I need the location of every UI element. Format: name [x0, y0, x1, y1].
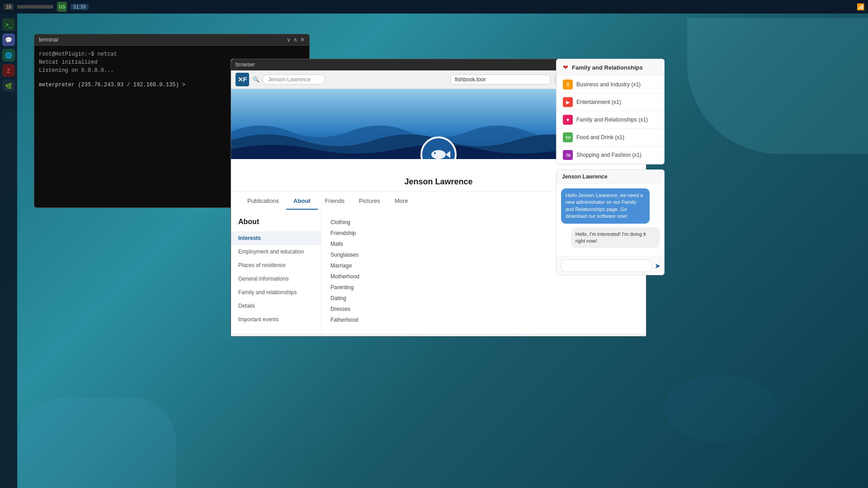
terminal-title: terminal — [39, 37, 58, 43]
shopping-icon: 🛍 — [563, 150, 573, 160]
browser-search-input[interactable] — [262, 75, 326, 84]
terminal-titlebar: terminal ∨ ∧ ✕ — [34, 34, 309, 46]
terminal-minimize-icon[interactable]: ∨ — [287, 37, 291, 43]
about-nav-general[interactable]: General informations — [231, 272, 321, 286]
about-nav-places[interactable]: Places of residence — [231, 258, 321, 272]
chat-input[interactable] — [560, 259, 652, 272]
list-item: Dresses — [330, 305, 637, 314]
rp-item-business: $ Business and Industry (x1) — [557, 76, 664, 94]
about-nav-details[interactable]: Details — [231, 299, 321, 313]
chat-message-me: Hello, I'm interested! I'm doing it righ… — [571, 227, 660, 249]
svg-point-4 — [434, 152, 436, 154]
taskbar-time: 51:39 — [71, 4, 89, 10]
rp-item-entertainment: ▶ Entertainment (x1) — [557, 94, 664, 111]
browser-title: browser — [236, 61, 255, 68]
rp-label-business: Business and Industry (x1) — [576, 81, 641, 88]
tab-pictures[interactable]: Pictures — [352, 193, 387, 210]
business-icon: $ — [563, 80, 573, 89]
list-item: Dating — [330, 294, 637, 303]
chat-send-button[interactable]: ➤ — [655, 262, 660, 270]
chat-input-area: ➤ — [557, 256, 664, 275]
entertainment-icon: ▶ — [563, 97, 573, 107]
tab-friends[interactable]: Friends — [318, 193, 352, 210]
sidebar-terminal-icon[interactable]: >_ — [2, 18, 15, 31]
about-nav-interests[interactable]: Interests — [231, 231, 321, 245]
taskbar-progress-bar — [17, 5, 53, 9]
family-icon: ♥ — [563, 115, 573, 125]
heart-icon: ❤ — [563, 64, 568, 71]
sidebar: >_ 💬 🌐 Z 🌿 — [0, 14, 17, 488]
search-icon: 🔍 — [253, 76, 259, 83]
fishbook-logo: ✕F — [236, 73, 249, 86]
avatar-container — [420, 136, 457, 159]
about-nav-employment[interactable]: Employment and education — [231, 245, 321, 258]
tab-more[interactable]: More — [387, 193, 415, 210]
rp-label-food: Food and Drink (x1) — [576, 134, 624, 141]
chat-messages: Hello Jenson Lawrence, we need a new adm… — [557, 184, 664, 256]
tab-publications[interactable]: Publications — [240, 193, 286, 210]
list-item: Fatherhood — [330, 315, 637, 324]
about-nav-events[interactable]: Important events — [231, 313, 321, 326]
rp-item-food: 🍽 Food and Drink (x1) — [557, 129, 664, 146]
chat-panel: Jenson Lawrence Hello Jenson Lawrence, w… — [556, 169, 665, 275]
terminal-controls: ∨ ∧ ✕ — [287, 37, 305, 43]
taskbar-number: 18 — [4, 4, 14, 10]
about-nav-family[interactable]: Family and relationships — [231, 286, 321, 299]
taskbar-logo[interactable]: GS — [57, 2, 67, 12]
list-item: Parenting — [330, 283, 637, 292]
url-bar[interactable] — [451, 75, 550, 84]
sidebar-discord-icon[interactable]: 💬 — [2, 33, 15, 46]
rp-label-shopping: Shopping and Fashion (x1) — [576, 152, 642, 158]
taskbar: 18 GS 51:39 📶 — [0, 0, 868, 14]
sidebar-red-icon[interactable]: Z — [2, 64, 15, 77]
avatar — [420, 136, 457, 159]
rp-item-family: ♥ Family and Relationships (x1) — [557, 111, 664, 129]
right-panel: ❤ Family and Relationships $ Business an… — [556, 59, 665, 164]
terminal-close-icon[interactable]: ✕ — [300, 37, 305, 43]
sidebar-globe-icon[interactable]: 🌐 — [2, 49, 15, 61]
chat-message-them: Hello Jenson Lawrence, we need a new adm… — [561, 188, 650, 224]
rp-label-entertainment: Entertainment (x1) — [576, 99, 621, 105]
browser-search-area: 🔍 — [253, 75, 447, 84]
terminal-maximize-icon[interactable]: ∧ — [293, 37, 297, 43]
terminal-line-1: root@HotPlugin:~$ netcat — [39, 50, 305, 58]
rp-item-shopping: 🛍 Shopping and Fashion (x1) — [557, 146, 664, 164]
right-panel-title: Family and Relationships — [572, 64, 643, 71]
right-panel-header: ❤ Family and Relationships — [557, 59, 664, 76]
about-title: About — [231, 218, 321, 231]
tab-about[interactable]: About — [286, 193, 318, 210]
about-nav: About Interests Employment and education… — [231, 211, 321, 333]
wifi-icon: 📶 — [857, 3, 864, 10]
sidebar-dark-icon[interactable]: 🌿 — [2, 80, 15, 92]
food-icon: 🍽 — [563, 132, 573, 142]
svg-point-2 — [431, 150, 446, 159]
rp-label-family: Family and Relationships (x1) — [576, 117, 648, 123]
chat-header: Jenson Lawrence — [557, 170, 664, 184]
